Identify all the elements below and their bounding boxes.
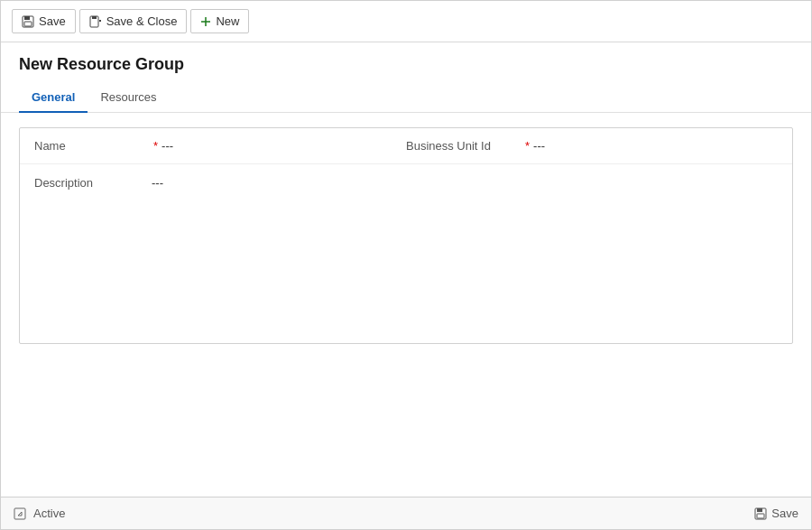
tab-general[interactable]: General — [19, 83, 88, 113]
business-unit-label: Business Unit Id — [406, 139, 523, 153]
footer-right: Save — [754, 507, 798, 520]
svg-rect-13 — [757, 514, 764, 518]
main-area: Name * --- Business Unit Id * --- Descri… — [1, 113, 811, 497]
save-icon — [22, 15, 34, 28]
page-header: New Resource Group — [1, 42, 811, 83]
tabs: General Resources — [1, 83, 811, 113]
svg-rect-1 — [24, 16, 30, 20]
footer-save-icon — [754, 507, 767, 520]
expand-icon[interactable] — [14, 507, 26, 520]
name-value[interactable]: --- — [161, 139, 173, 153]
save-button[interactable]: Save — [12, 9, 76, 33]
form-row-2: Description --- — [20, 164, 792, 200]
name-label: Name — [34, 139, 152, 153]
business-unit-required: * — [525, 139, 530, 153]
save-close-label: Save & Close — [106, 14, 178, 28]
description-value[interactable]: --- — [152, 176, 163, 190]
page-title: New Resource Group — [19, 55, 793, 74]
plus-icon — [200, 16, 211, 27]
new-button[interactable]: New — [190, 9, 249, 33]
form-panel: Name * --- Business Unit Id * --- Descri… — [19, 127, 793, 344]
svg-rect-2 — [24, 22, 32, 26]
footer: Active Save — [1, 497, 811, 529]
new-label: New — [216, 14, 239, 28]
name-required: * — [153, 139, 158, 153]
business-unit-value[interactable]: --- — [533, 139, 545, 153]
svg-rect-4 — [92, 16, 97, 19]
form-cell-business-unit: Business Unit Id * --- — [406, 139, 778, 153]
description-label: Description — [34, 176, 152, 190]
svg-rect-12 — [757, 508, 762, 512]
form-cell-name: Name * --- — [34, 139, 406, 153]
footer-left: Active — [14, 507, 65, 520]
tab-resources[interactable]: Resources — [88, 83, 169, 113]
form-row-1: Name * --- Business Unit Id * --- — [20, 128, 792, 164]
footer-save-label: Save — [771, 507, 798, 520]
save-close-button[interactable]: Save & Close — [79, 9, 188, 33]
svg-line-10 — [18, 512, 22, 516]
form-cell-description: Description --- — [34, 176, 778, 190]
save-label: Save — [39, 14, 66, 28]
status-badge: Active — [33, 507, 65, 520]
toolbar: Save Save & Close New — [1, 1, 811, 42]
page-content: New Resource Group General Resources Nam… — [1, 42, 811, 497]
save-close-icon — [89, 15, 102, 28]
